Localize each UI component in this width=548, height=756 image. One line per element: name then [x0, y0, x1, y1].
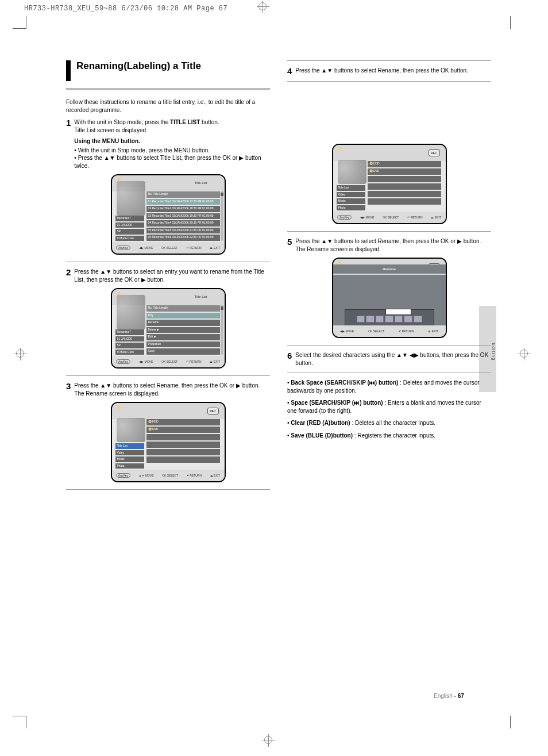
keyboard-key: [404, 316, 412, 323]
divider: [66, 489, 270, 490]
nav-label: ↶ RETURN: [186, 360, 201, 363]
table-row: 06 RecordedTitle6 01/JAN/2006 22:30 PR 0…: [146, 235, 220, 241]
anykey-button: AnyKey: [116, 473, 130, 478]
nav-label: OK SELECT: [161, 246, 177, 250]
table-row: [368, 191, 441, 197]
step-1: 1 With the unit in Stop mode, press the …: [66, 118, 270, 170]
step-text: button.: [200, 119, 219, 125]
intro-text: Follow these instructions to rename a ti…: [66, 98, 270, 114]
table-row: [368, 183, 441, 190]
list-item: Photo: [115, 463, 144, 469]
list-item: Photo: [337, 205, 365, 211]
step-text: Press the ▲▼ buttons to select Rename, t…: [74, 382, 260, 389]
registration-mark-bottom: [264, 736, 272, 744]
list-item: SP: [115, 229, 144, 235]
divider: [287, 81, 491, 82]
nav-label: OK SELECT: [162, 474, 178, 477]
table-row: [368, 176, 441, 182]
keyboard-title: Rename: [333, 264, 446, 274]
bullet: • Clear (RED (A)button) : Deletes all th…: [287, 419, 491, 427]
step-number: 6: [287, 351, 292, 367]
step-5: 5 Press the ▲▼ buttons to select Rename,…: [287, 237, 491, 253]
nav-label: ◀▶ MOVE: [139, 360, 153, 363]
table-row: [146, 456, 220, 463]
step-number: 2: [66, 268, 71, 283]
list-item: Music: [115, 456, 144, 462]
page-content: Renaming(Labeling) a Title Follow these …: [66, 60, 491, 496]
ui-screenshot-rename-keyboard: 📀REC Rename Back Space Space Clear: [332, 258, 447, 338]
step-2: 2 Press the ▲▼ buttons to select an entr…: [66, 268, 270, 283]
crop-mark: [26, 16, 26, 29]
navbar: AnyKey ◀▶ MOVE OK SELECT ↶ RETURN ⏏ EXIT: [333, 212, 446, 223]
registration-mark-right: [520, 350, 528, 358]
registration-mark-top: [258, 2, 267, 10]
navbar: ◀▶ MOVE OK SELECT ↶ RETURN ⏏ EXIT: [333, 325, 446, 337]
scrollbar-thumb-icon: [221, 306, 223, 310]
list-item: Video: [337, 192, 365, 198]
step-text: With the unit in Stop mode, press the: [74, 119, 170, 125]
menu-item: 📀 HDD: [146, 419, 220, 425]
menu-item: Protection: [146, 341, 220, 348]
table-row: 02 RecordedTitle2 01/JAN/2006 18:30 PR 0…: [146, 206, 220, 212]
list-item: Title List: [337, 185, 365, 191]
panel-title: Title List: [194, 295, 207, 298]
right-column: 4 Press the ▲▼ buttons to select Rename,…: [287, 60, 491, 496]
thumbnail-icon: [117, 181, 145, 216]
step-3: 3 Press the ▲▼ buttons to select Rename,…: [66, 382, 270, 397]
nav-label: ↶ RETURN: [187, 474, 202, 477]
divider: [66, 375, 270, 376]
subheading: Using the MENU button.: [74, 137, 270, 145]
nav-label: OK SELECT: [383, 216, 399, 219]
scrollbar-thumb-icon: [221, 193, 223, 196]
table-row: [146, 434, 220, 440]
bullet-text: With the unit in Stop mode, press the ME…: [78, 147, 210, 153]
step-number: 4: [287, 67, 292, 75]
nav-label: ◀▶ MOVE: [340, 329, 354, 333]
step-number: 3: [66, 382, 71, 397]
menu-item: 📀 HDD: [368, 161, 441, 167]
button-name: TITLE LIST: [170, 119, 200, 125]
rec-badge: REC: [429, 149, 440, 156]
left-column: Renaming(Labeling) a Title Follow these …: [66, 60, 270, 496]
menu-item: Play: [146, 313, 220, 319]
menu-item: 📀 DVD: [368, 168, 441, 175]
section-title: Renaming(Labeling) a Title: [76, 60, 201, 72]
keyboard-key: [414, 316, 422, 323]
rename-input: [385, 309, 411, 315]
list-item: RecordedT: [115, 216, 144, 221]
anykey-button: AnyKey: [337, 215, 352, 220]
heading-bar-icon: [66, 60, 71, 81]
bullet: • Back Space (SEARCH/SKIP (⏮) button) : …: [287, 379, 491, 394]
nav-label: ⏏ EXIT: [431, 216, 441, 219]
anykey-button: AnyKey: [116, 359, 130, 364]
bullet: • Space (SEARCH/SKIP (⏭) button) : Enter…: [287, 399, 491, 415]
nav-label: ◀▶ MOVE: [360, 216, 374, 219]
divider: [66, 262, 270, 262]
menu-item: 📀 DVD: [146, 427, 220, 433]
divider: [287, 231, 491, 232]
divider: [287, 373, 491, 373]
list-item: Video: [115, 450, 144, 456]
nav-label: ⏏ EXIT: [210, 246, 220, 250]
panel-icon: 📀: [338, 147, 342, 151]
crop-mark: [510, 16, 511, 29]
keyboard-key: [385, 316, 393, 323]
nav-label: ⏏ EXIT: [210, 360, 220, 363]
table-row: 03 RecordedTitle3 01/JAN/2006 19:30 PR 0…: [146, 213, 220, 220]
keyboard-key: [357, 316, 365, 323]
crop-mark: [26, 716, 26, 728]
list-item: Music: [337, 198, 365, 204]
table-row: 04 RecordedTitle4 01/JAN/2006 20:30 PR 0…: [146, 220, 220, 227]
step-number: 5: [287, 237, 292, 253]
thumbnail-icon: [117, 418, 145, 442]
nav-label: ⏏ EXIT: [428, 329, 438, 333]
nav-label: ◀▶ MOVE: [139, 246, 153, 250]
table-row: [146, 449, 220, 455]
ui-screenshot-titlelist-1: 📀Title List RecordedT 01 JAN/200 SP V-Mo…: [111, 174, 226, 255]
step-6: 6 Select the desired characters using th…: [287, 351, 491, 367]
crop-mark: [13, 716, 26, 716]
menu-item: Copy: [146, 348, 220, 355]
registration-mark-left: [16, 350, 24, 358]
panel-title: Title List: [194, 181, 207, 185]
panel-icon: 📀: [117, 405, 121, 409]
